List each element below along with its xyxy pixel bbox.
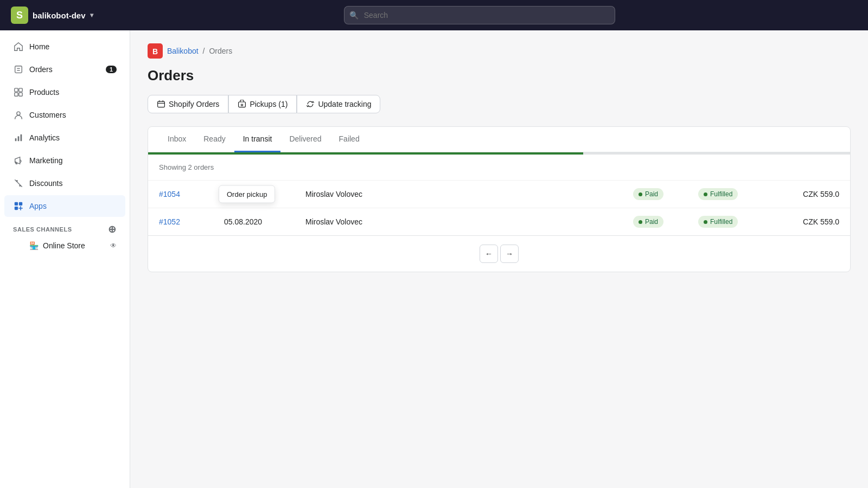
- orders-count-text: Showing 2 orders: [148, 155, 850, 180]
- payment-badge: Paid: [633, 188, 663, 200]
- sidebar-item-label-home: Home: [29, 42, 49, 51]
- svg-rect-11: [18, 136, 20, 141]
- svg-rect-8: [19, 93, 22, 96]
- toolbar: Shopify Orders Pickups (1) Update tracki…: [148, 95, 851, 113]
- update-tracking-label: Update tracking: [318, 100, 371, 108]
- order-customer-1054: Miroslav Volovec: [305, 190, 633, 198]
- page-title: Orders: [148, 67, 851, 84]
- svg-rect-14: [19, 202, 22, 206]
- paid-dot-icon: [639, 220, 642, 224]
- pagination-next-button[interactable]: →: [500, 245, 519, 263]
- order-payment-1054: Paid: [633, 188, 698, 200]
- order-fulfillment-1052: Fulfilled: [698, 216, 774, 228]
- orders-icon: [13, 64, 24, 75]
- order-customer-1052: Miroslav Volovec: [305, 217, 633, 226]
- brand-name: balikobot-dev: [33, 11, 86, 20]
- search-input[interactable]: [344, 6, 615, 24]
- sidebar-item-home[interactable]: Home: [4, 36, 125, 57]
- sidebar-item-discounts[interactable]: Discounts: [4, 172, 125, 194]
- layout: Home Orders 1: [0, 30, 868, 488]
- pagination: ← →: [148, 235, 850, 272]
- table-row[interactable]: #1052 05.08.2020 Miroslav Volovec Paid F…: [148, 208, 850, 235]
- svg-rect-10: [15, 138, 17, 141]
- tab-delivered[interactable]: Delivered: [280, 127, 330, 152]
- order-id-1054[interactable]: #1054: [159, 190, 224, 198]
- shopify-logo-icon: S: [11, 7, 28, 24]
- online-store-icon: 🏪: [29, 241, 39, 250]
- brand-chevron-icon: ▾: [90, 11, 93, 19]
- sidebar-item-label-customers: Customers: [29, 111, 66, 119]
- order-payment-1052: Paid: [633, 216, 698, 228]
- main-content: B Balikobot / Orders Orders Shopify Orde…: [130, 30, 868, 488]
- analytics-icon: [13, 132, 24, 143]
- sidebar-item-marketing[interactable]: Marketing: [4, 150, 125, 171]
- fulfilled-dot-icon: [704, 220, 707, 224]
- add-sales-channel-button[interactable]: ⊕: [108, 224, 117, 234]
- discounts-icon: [13, 178, 24, 189]
- sidebar: Home Orders 1: [0, 30, 130, 488]
- svg-rect-12: [21, 134, 22, 142]
- svg-rect-13: [15, 202, 18, 206]
- breadcrumb: B Balikobot / Orders: [148, 43, 851, 59]
- orders-tabs: Inbox Ready In transit Delivered Failed: [148, 127, 850, 152]
- svg-text:B: B: [152, 47, 158, 56]
- pickups-label: Pickups (1): [250, 100, 288, 108]
- svg-rect-7: [15, 93, 18, 96]
- order-amount-1054: CZK 559.0: [774, 190, 839, 198]
- fulfilled-dot-icon: [704, 192, 707, 196]
- brand-selector[interactable]: S balikobot-dev ▾: [11, 7, 93, 24]
- balikobot-icon: B: [148, 43, 163, 59]
- apps-icon: [13, 201, 24, 211]
- progress-bar: [148, 152, 850, 155]
- sidebar-item-products[interactable]: Products: [4, 81, 125, 103]
- tab-ready[interactable]: Ready: [195, 127, 234, 152]
- pickups-button[interactable]: Pickups (1): [228, 95, 297, 113]
- svg-text:S: S: [16, 10, 23, 21]
- tab-inbox[interactable]: Inbox: [159, 127, 195, 152]
- search-area: 🔍: [344, 6, 615, 24]
- sales-channels-title: SALES CHANNELS: [13, 226, 72, 233]
- svg-rect-15: [15, 207, 18, 210]
- update-tracking-icon: [306, 100, 315, 108]
- fulfillment-badge: Fulfilled: [698, 188, 738, 200]
- table-row[interactable]: #1054 Order pickup 05.08.2020 Miroslav V…: [148, 180, 850, 208]
- svg-rect-22: [239, 102, 246, 107]
- breadcrumb-separator: /: [203, 47, 205, 55]
- sidebar-item-customers[interactable]: Customers: [4, 104, 125, 126]
- paid-dot-icon: [639, 192, 642, 196]
- svg-rect-2: [15, 66, 22, 73]
- online-store-visibility-icon: 👁: [110, 242, 117, 249]
- sidebar-item-analytics[interactable]: Analytics: [4, 127, 125, 149]
- order-amount-1052: CZK 559.0: [774, 217, 839, 226]
- breadcrumb-parent[interactable]: Balikobot: [167, 47, 199, 55]
- sidebar-item-orders[interactable]: Orders 1: [4, 59, 125, 80]
- sales-channels-section: SALES CHANNELS ⊕: [0, 218, 130, 236]
- home-icon: [13, 41, 24, 52]
- sidebar-item-label-apps: Apps: [29, 202, 47, 210]
- svg-rect-21: [158, 101, 165, 107]
- marketing-icon: [13, 155, 24, 166]
- order-pickup-tooltip: Order pickup: [219, 185, 275, 203]
- shopify-orders-label: Shopify Orders: [169, 100, 219, 108]
- sidebar-item-label-analytics: Analytics: [29, 133, 60, 142]
- sidebar-item-apps[interactable]: Apps: [4, 195, 125, 217]
- svg-rect-5: [15, 88, 18, 92]
- order-fulfillment-1054: Fulfilled: [698, 188, 774, 200]
- tab-failed[interactable]: Failed: [330, 127, 368, 152]
- tab-in-transit[interactable]: In transit: [234, 127, 281, 152]
- pickups-icon: [238, 100, 246, 108]
- breadcrumb-current: Orders: [209, 47, 232, 55]
- svg-point-23: [241, 104, 243, 106]
- sidebar-nav: Home Orders 1: [0, 30, 130, 259]
- svg-rect-6: [19, 88, 22, 92]
- shopify-orders-button[interactable]: Shopify Orders: [148, 95, 228, 113]
- online-store-label: Online Store: [43, 241, 110, 250]
- sidebar-item-label-orders: Orders: [29, 65, 53, 74]
- topbar: S balikobot-dev ▾ 🔍: [0, 0, 868, 30]
- sidebar-item-online-store[interactable]: 🏪 Online Store 👁: [4, 237, 125, 254]
- order-id-1052[interactable]: #1052: [159, 217, 224, 226]
- pagination-prev-button[interactable]: ←: [480, 245, 498, 263]
- svg-point-9: [17, 112, 20, 115]
- sidebar-item-label-marketing: Marketing: [29, 156, 62, 165]
- update-tracking-button[interactable]: Update tracking: [297, 95, 380, 113]
